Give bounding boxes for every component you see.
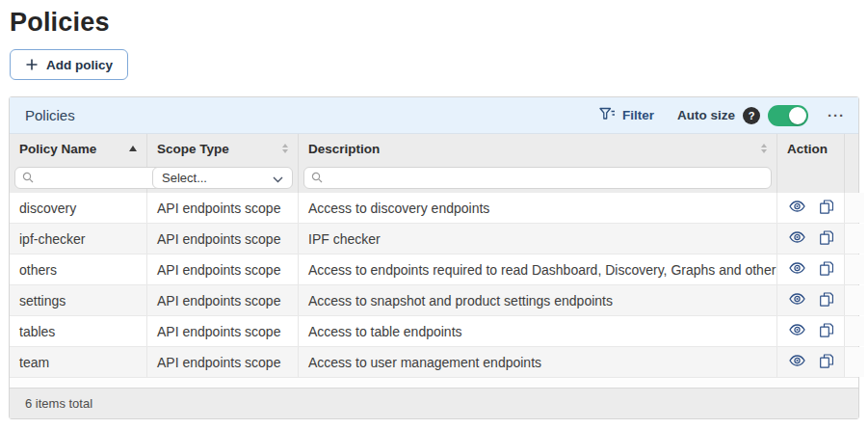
action-cell — [777, 224, 845, 254]
row-gutter — [845, 316, 864, 346]
table-row[interactable]: tables API endpoints scope Access to tab… — [10, 316, 858, 347]
copy-policy-button[interactable] — [820, 230, 833, 248]
autosize-label: Auto size — [677, 108, 735, 122]
add-policy-label: Add policy — [46, 58, 113, 72]
description-cell: Access to discovery endpoints — [299, 193, 777, 223]
table-footer: 6 items total — [10, 388, 858, 418]
table-row[interactable]: discovery API endpoints scope Access to … — [10, 193, 858, 224]
description-filter-input[interactable] — [328, 171, 764, 185]
policy-name-cell: others — [10, 255, 147, 284]
overflow-menu-icon[interactable]: ··· — [828, 107, 845, 123]
row-gutter — [845, 193, 864, 223]
column-header-scope-type[interactable]: Scope Type — [147, 134, 299, 163]
filter-cell-description — [299, 163, 777, 193]
scope-type-select[interactable]: Select... — [152, 167, 293, 189]
action-cell — [777, 193, 845, 223]
view-policy-button[interactable] — [789, 231, 805, 246]
policies-page: Policies Add policy Policies Filter — [0, 0, 868, 429]
autosize-toggle[interactable] — [768, 105, 808, 126]
filter-cell-action — [777, 163, 845, 193]
column-header-action: Action — [777, 134, 845, 163]
sort-icon — [761, 144, 767, 153]
view-policy-button[interactable] — [789, 201, 805, 215]
copy-icon — [820, 230, 833, 248]
card-controls: Filter Auto size ? ··· — [599, 105, 845, 126]
scope-type-select-value: Select... — [162, 171, 207, 185]
plus-icon — [25, 58, 39, 71]
action-cell — [777, 316, 845, 346]
action-cell — [777, 255, 845, 284]
table-row[interactable]: others API endpoints scope Access to end… — [10, 255, 858, 285]
eye-icon — [789, 262, 805, 277]
column-header-description[interactable]: Description — [299, 134, 777, 163]
eye-icon — [789, 201, 805, 215]
filter-cell-scope-type: Select... — [147, 163, 299, 193]
eye-icon — [789, 324, 805, 338]
add-policy-button[interactable]: Add policy — [10, 49, 128, 80]
description-cell: Access to user management endpoints — [299, 347, 777, 377]
scope-type-cell: API endpoints scope — [147, 347, 299, 377]
body-spacer — [10, 378, 858, 388]
row-gutter — [845, 285, 864, 315]
view-policy-button[interactable] — [789, 324, 805, 338]
table-header-row: Policy Name Scope Type Description Actio… — [10, 134, 858, 163]
view-policy-button[interactable] — [789, 355, 805, 369]
description-cell: Access to table endpoints — [299, 316, 777, 346]
help-icon[interactable]: ? — [743, 107, 760, 124]
filter-label: Filter — [622, 108, 654, 122]
page-title: Policies — [10, 8, 110, 38]
description-header-label: Description — [308, 142, 380, 156]
row-gutter — [845, 255, 864, 284]
copy-icon — [820, 323, 833, 340]
eye-icon — [789, 293, 805, 308]
description-cell: Access to snapshot and product settings … — [299, 285, 777, 315]
table-row[interactable]: team API endpoints scope Access to user … — [10, 347, 858, 378]
row-gutter — [845, 347, 864, 377]
copy-policy-button[interactable] — [820, 354, 833, 371]
scope-type-cell: API endpoints scope — [147, 316, 299, 346]
table-body: discovery API endpoints scope Access to … — [10, 193, 858, 378]
copy-icon — [820, 200, 833, 217]
card-header: Policies Filter Auto size ? — [10, 97, 858, 134]
action-cell — [777, 285, 845, 315]
description-search-box[interactable] — [303, 167, 772, 189]
description-cell: Access to endpoints required to read Das… — [299, 255, 777, 284]
policy-name-cell: ipf-checker — [10, 224, 147, 254]
copy-policy-button[interactable] — [820, 261, 833, 279]
scope-type-cell: API endpoints scope — [147, 285, 299, 315]
chevron-down-icon — [273, 170, 283, 187]
policy-name-header-label: Policy Name — [19, 142, 96, 156]
filter-button[interactable]: Filter — [599, 107, 654, 124]
scope-type-cell: API endpoints scope — [147, 224, 299, 254]
eye-icon — [789, 231, 805, 246]
sort-asc-icon — [129, 146, 137, 151]
view-policy-button[interactable] — [789, 293, 805, 308]
table-row[interactable]: settings API endpoints scope Access to s… — [10, 285, 858, 316]
copy-icon — [820, 292, 833, 309]
table-row[interactable]: ipf-checker API endpoints scope IPF chec… — [10, 224, 858, 255]
action-cell — [777, 347, 845, 377]
filter-cell-policy-name — [10, 163, 147, 193]
row-gutter — [845, 224, 864, 254]
action-header-label: Action — [787, 142, 828, 156]
copy-icon — [820, 261, 833, 279]
policy-name-cell: tables — [10, 316, 147, 346]
policy-name-cell: discovery — [10, 193, 147, 223]
copy-icon — [820, 354, 833, 371]
items-total-label: 6 items total — [25, 396, 92, 411]
scope-type-cell: API endpoints scope — [147, 193, 299, 223]
copy-policy-button[interactable] — [820, 200, 833, 217]
search-icon — [22, 170, 34, 187]
scope-type-header-label: Scope Type — [157, 142, 229, 156]
copy-policy-button[interactable] — [820, 292, 833, 309]
policy-name-cell: team — [10, 347, 147, 377]
copy-policy-button[interactable] — [820, 323, 833, 340]
header-gutter — [845, 134, 864, 163]
scope-type-cell: API endpoints scope — [147, 255, 299, 284]
view-policy-button[interactable] — [789, 262, 805, 277]
column-header-policy-name[interactable]: Policy Name — [10, 134, 147, 163]
policies-table-card: Policies Filter Auto size ? — [9, 96, 859, 419]
sort-icon — [282, 144, 288, 153]
card-title: Policies — [25, 107, 75, 123]
filter-icon — [599, 107, 616, 124]
